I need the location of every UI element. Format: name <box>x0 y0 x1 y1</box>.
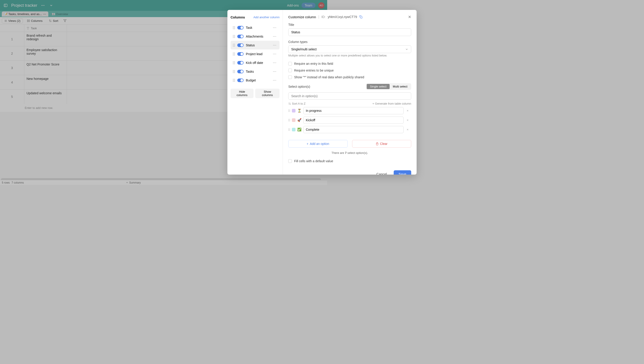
drag-handle-icon[interactable] <box>233 35 235 38</box>
column-item[interactable]: Budget ⋯ <box>230 76 280 85</box>
option-emoji[interactable]: 🚀 <box>297 118 302 122</box>
svg-point-91 <box>290 130 290 131</box>
require-unique-checkbox[interactable] <box>288 69 292 72</box>
svg-point-37 <box>233 44 234 44</box>
drag-handle-icon[interactable] <box>233 52 235 56</box>
option-color-swatch[interactable] <box>292 109 296 112</box>
hide-columns-button[interactable]: Hide columns <box>230 89 254 98</box>
svg-point-32 <box>234 35 235 36</box>
option-color-swatch[interactable] <box>292 118 296 122</box>
svg-point-61 <box>233 79 234 79</box>
svg-point-33 <box>233 36 234 37</box>
column-toggle[interactable] <box>237 52 244 56</box>
column-label: Status <box>246 43 270 47</box>
drag-handle-icon[interactable] <box>288 128 290 131</box>
drag-handle-icon[interactable] <box>233 79 235 82</box>
svg-point-73 <box>290 110 290 111</box>
column-toggle[interactable] <box>237 35 244 38</box>
column-item[interactable]: Tasks ⋯ <box>230 67 280 76</box>
svg-point-27 <box>233 27 234 28</box>
search-options-input[interactable] <box>288 92 327 100</box>
column-more-icon[interactable]: ⋯ <box>272 78 277 83</box>
add-column-link[interactable]: Add another column <box>254 16 280 19</box>
mask-public-checkbox[interactable] <box>288 75 292 79</box>
column-more-icon[interactable]: ⋯ <box>272 34 277 39</box>
svg-point-44 <box>234 52 235 53</box>
svg-point-62 <box>234 79 235 79</box>
fill-default-label: Fill cells with a default value <box>294 159 327 163</box>
svg-point-45 <box>233 54 234 54</box>
svg-point-64 <box>234 80 235 81</box>
drag-handle-icon[interactable] <box>233 26 235 29</box>
column-toggle[interactable] <box>237 43 244 47</box>
option-label-input[interactable] <box>303 107 327 114</box>
svg-point-38 <box>234 44 235 44</box>
title-field-label: Title <box>288 23 327 27</box>
fill-default-checkbox[interactable] <box>288 159 292 163</box>
svg-point-72 <box>288 110 289 111</box>
column-toggle[interactable] <box>237 26 244 30</box>
svg-point-83 <box>290 121 290 121</box>
option-row <box>288 135 327 136</box>
option-emoji[interactable]: ⏳ <box>297 109 302 113</box>
column-label: Tasks <box>246 70 270 73</box>
option-row: ⏳ <box>288 107 327 114</box>
column-label: Attachments <box>246 35 270 38</box>
svg-point-74 <box>288 111 289 112</box>
column-item[interactable]: Status ⋯ <box>230 41 280 50</box>
option-counter: There are 7 select option(s). <box>288 151 327 154</box>
mask-public-label: Show "*" instead of real data when publi… <box>294 75 327 79</box>
column-item[interactable]: Project lead ⋯ <box>230 50 280 58</box>
svg-point-47 <box>233 55 234 55</box>
option-label-input[interactable] <box>303 116 327 124</box>
svg-point-66 <box>234 81 235 82</box>
column-item[interactable]: Kick off date ⋯ <box>230 58 280 67</box>
column-more-icon[interactable]: ⋯ <box>272 25 277 30</box>
column-toggle[interactable] <box>237 79 244 82</box>
require-entry-checkbox[interactable] <box>288 62 292 66</box>
column-toggle[interactable] <box>237 70 244 73</box>
columns-modal: Columns Add another column Task ⋯ Attach… <box>228 10 327 174</box>
svg-point-81 <box>290 120 290 120</box>
svg-point-55 <box>233 70 234 71</box>
svg-point-43 <box>233 52 234 53</box>
column-toggle[interactable] <box>237 61 244 65</box>
svg-point-60 <box>234 72 235 73</box>
option-row: 🚀 <box>288 116 327 124</box>
column-more-icon[interactable]: ⋯ <box>272 43 277 48</box>
drag-handle-icon[interactable] <box>233 44 235 47</box>
drag-handle-icon[interactable] <box>233 70 235 73</box>
svg-point-49 <box>233 61 234 62</box>
column-more-icon[interactable]: ⋯ <box>272 69 277 74</box>
column-types-label: Column types <box>288 40 327 44</box>
title-input[interactable] <box>288 28 327 36</box>
svg-point-48 <box>234 55 235 55</box>
svg-point-70 <box>288 110 289 110</box>
option-label-input[interactable] <box>303 126 327 133</box>
svg-point-29 <box>233 28 234 29</box>
drag-handle-icon[interactable] <box>233 61 235 64</box>
add-option-button[interactable]: + Add an option <box>288 140 327 148</box>
show-columns-button[interactable]: Show columns <box>255 89 280 98</box>
option-emoji[interactable]: ✅ <box>297 128 302 132</box>
sort-options-button[interactable]: Sort A to Z <box>288 102 306 105</box>
svg-point-86 <box>288 128 289 129</box>
svg-point-34 <box>234 36 235 37</box>
drag-handle-icon[interactable] <box>288 119 290 121</box>
option-color-swatch[interactable] <box>292 128 296 131</box>
column-more-icon[interactable]: ⋯ <box>272 60 277 65</box>
column-label: Kick off date <box>246 61 270 65</box>
column-more-icon[interactable]: ⋯ <box>272 51 277 57</box>
modal-overlay: Columns Add another column Task ⋯ Attach… <box>0 0 327 185</box>
select-options-label: Select option(s) <box>288 85 310 88</box>
column-item[interactable]: Attachments ⋯ <box>230 32 280 41</box>
svg-point-89 <box>290 129 290 130</box>
svg-point-46 <box>234 54 235 54</box>
svg-point-54 <box>234 63 235 64</box>
column-type-select[interactable]: Single/multi select <box>288 46 327 53</box>
svg-point-71 <box>290 110 290 110</box>
drag-handle-icon[interactable] <box>288 109 290 112</box>
customize-column-title: Customize column <box>288 15 316 19</box>
column-item[interactable]: Task ⋯ <box>230 23 280 32</box>
require-entry-label: Require an entry in this field <box>294 62 327 66</box>
